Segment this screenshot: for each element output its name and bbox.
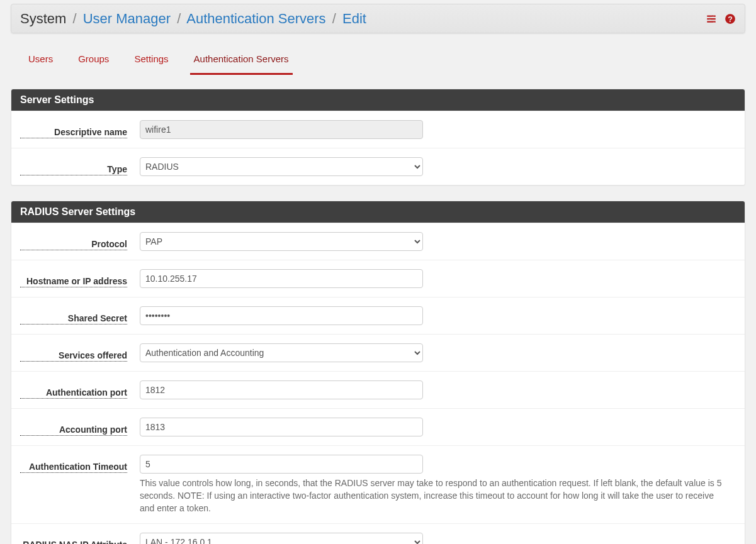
tab-groups[interactable]: Groups — [74, 47, 113, 75]
label-services-offered: Services offered — [20, 347, 127, 361]
auth-timeout-input[interactable] — [140, 455, 423, 474]
label-hostname: Hostname or IP address — [20, 273, 127, 287]
help-icon[interactable]: ? — [725, 13, 736, 25]
label-shared-secret: Shared Secret — [20, 310, 127, 324]
label-auth-timeout: Authentication Timeout — [20, 458, 127, 472]
protocol-select[interactable]: PAP — [140, 232, 423, 251]
label-auth-port: Authentication port — [20, 384, 127, 398]
page-header: System / User Manager / Authentication S… — [11, 4, 745, 33]
auth-timeout-help: This value controls how long, in seconds… — [140, 477, 736, 514]
breadcrumb-usermanager[interactable]: User Manager — [83, 11, 171, 26]
tab-users[interactable]: Users — [25, 47, 57, 75]
breadcrumb-sep: / — [177, 11, 181, 26]
panel-radius-settings: RADIUS Server Settings Protocol PAP Host… — [11, 201, 745, 544]
nas-ip-select[interactable]: LAN - 172.16.0.1 — [140, 533, 423, 544]
settings-sliders-icon[interactable] — [706, 13, 717, 25]
shared-secret-input[interactable] — [140, 306, 423, 325]
tab-authentication-servers[interactable]: Authentication Servers — [190, 47, 293, 75]
svg-point-2 — [713, 21, 715, 23]
svg-text:?: ? — [728, 15, 733, 24]
label-type: Type — [20, 161, 127, 175]
breadcrumb-sep: / — [72, 11, 76, 26]
breadcrumb-edit[interactable]: Edit — [342, 11, 366, 26]
descriptive-name-input — [140, 120, 423, 139]
panel-server-settings: Server Settings Descriptive name Type RA… — [11, 89, 745, 186]
breadcrumb-sep: / — [332, 11, 336, 26]
panel-title-radius-settings: RADIUS Server Settings — [11, 201, 745, 223]
label-protocol: Protocol — [20, 236, 127, 250]
panel-title-server-settings: Server Settings — [11, 89, 745, 111]
accounting-port-input[interactable] — [140, 418, 423, 436]
label-nas-ip: RADIUS NAS IP Attribute — [20, 536, 127, 544]
hostname-input[interactable] — [140, 269, 423, 288]
breadcrumb-root: System — [20, 11, 66, 26]
tab-bar: Users Groups Settings Authentication Ser… — [11, 33, 745, 75]
label-descriptive-name: Descriptive name — [20, 124, 127, 138]
services-offered-select[interactable]: Authentication and Accounting — [140, 343, 423, 362]
breadcrumb: System / User Manager / Authentication S… — [20, 11, 366, 27]
auth-port-input[interactable] — [140, 380, 423, 399]
label-accounting-port: Accounting port — [20, 421, 127, 435]
svg-point-1 — [709, 18, 711, 20]
svg-point-0 — [712, 15, 714, 17]
tab-settings[interactable]: Settings — [130, 47, 172, 75]
type-select[interactable]: RADIUS — [140, 157, 423, 176]
breadcrumb-authservers[interactable]: Authentication Servers — [186, 11, 325, 26]
